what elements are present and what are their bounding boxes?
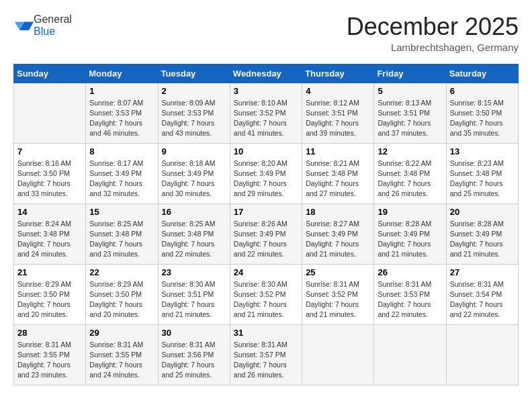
- page-header: General Blue December 2025 Lambrechtshag…: [13, 13, 519, 53]
- day-info: Sunrise: 8:27 AMSunset: 3:49 PMDaylight:…: [306, 219, 370, 260]
- day-number: 19: [378, 207, 442, 217]
- logo: General Blue: [13, 13, 72, 38]
- day-number: 22: [89, 267, 154, 277]
- week-row-5: 28Sunrise: 8:31 AMSunset: 3:55 PMDayligh…: [14, 324, 519, 385]
- calendar-cell: 28Sunrise: 8:31 AMSunset: 3:55 PMDayligh…: [14, 324, 86, 385]
- day-number: 21: [17, 267, 82, 277]
- calendar-cell: 13Sunrise: 8:23 AMSunset: 3:48 PMDayligh…: [446, 143, 518, 203]
- calendar-cell: 25Sunrise: 8:31 AMSunset: 3:52 PMDayligh…: [302, 264, 374, 324]
- week-row-4: 21Sunrise: 8:29 AMSunset: 3:50 PMDayligh…: [14, 264, 519, 324]
- day-number: 8: [89, 146, 154, 156]
- calendar-cell: 30Sunrise: 8:31 AMSunset: 3:56 PMDayligh…: [158, 324, 230, 385]
- day-number: 2: [162, 86, 226, 96]
- calendar-cell: [302, 324, 374, 385]
- day-number: 23: [162, 267, 226, 277]
- day-info: Sunrise: 8:10 AMSunset: 3:52 PMDaylight:…: [234, 98, 298, 139]
- day-number: 14: [17, 207, 82, 217]
- calendar-table: SundayMondayTuesdayWednesdayThursdayFrid…: [13, 64, 519, 385]
- calendar-cell: 22Sunrise: 8:29 AMSunset: 3:50 PMDayligh…: [86, 264, 158, 324]
- day-info: Sunrise: 8:30 AMSunset: 3:52 PMDaylight:…: [234, 279, 298, 320]
- calendar-cell: 1Sunrise: 8:07 AMSunset: 3:53 PMDaylight…: [86, 83, 158, 143]
- day-number: 5: [378, 86, 442, 96]
- calendar-cell: 11Sunrise: 8:21 AMSunset: 3:48 PMDayligh…: [302, 143, 374, 203]
- day-info: Sunrise: 8:29 AMSunset: 3:50 PMDaylight:…: [89, 279, 154, 320]
- location: Lambrechtshagen, Germany: [347, 42, 519, 53]
- day-info: Sunrise: 8:26 AMSunset: 3:49 PMDaylight:…: [234, 219, 298, 260]
- logo-text: General Blue: [34, 13, 72, 38]
- day-number: 25: [306, 267, 370, 277]
- day-info: Sunrise: 8:28 AMSunset: 3:49 PMDaylight:…: [378, 219, 442, 260]
- title-block: December 2025 Lambrechtshagen, Germany: [347, 13, 519, 53]
- calendar-cell: 20Sunrise: 8:28 AMSunset: 3:49 PMDayligh…: [446, 203, 518, 264]
- day-info: Sunrise: 8:21 AMSunset: 3:48 PMDaylight:…: [306, 158, 370, 199]
- header-day-friday: Friday: [374, 64, 446, 83]
- day-info: Sunrise: 8:07 AMSunset: 3:53 PMDaylight:…: [89, 98, 154, 139]
- calendar-cell: 3Sunrise: 8:10 AMSunset: 3:52 PMDaylight…: [230, 83, 302, 143]
- day-number: 6: [450, 86, 515, 96]
- week-row-2: 7Sunrise: 8:16 AMSunset: 3:50 PMDaylight…: [14, 143, 519, 203]
- day-number: 28: [17, 328, 82, 338]
- week-row-3: 14Sunrise: 8:24 AMSunset: 3:48 PMDayligh…: [14, 203, 519, 264]
- calendar-cell: 26Sunrise: 8:31 AMSunset: 3:53 PMDayligh…: [374, 264, 446, 324]
- day-number: 7: [17, 146, 82, 156]
- day-number: 30: [162, 328, 226, 338]
- day-number: 1: [89, 86, 154, 96]
- day-number: 26: [378, 267, 442, 277]
- header-day-thursday: Thursday: [302, 64, 374, 83]
- day-number: 4: [306, 86, 370, 96]
- day-number: 31: [234, 328, 298, 338]
- day-number: 20: [450, 207, 515, 217]
- day-number: 17: [234, 207, 298, 217]
- header-row: SundayMondayTuesdayWednesdayThursdayFrid…: [14, 64, 519, 83]
- calendar-cell: 12Sunrise: 8:22 AMSunset: 3:48 PMDayligh…: [374, 143, 446, 203]
- day-number: 10: [234, 146, 298, 156]
- calendar-cell: 10Sunrise: 8:20 AMSunset: 3:49 PMDayligh…: [230, 143, 302, 203]
- day-info: Sunrise: 8:20 AMSunset: 3:49 PMDaylight:…: [234, 158, 298, 199]
- day-number: 24: [234, 267, 298, 277]
- calendar-cell: 29Sunrise: 8:31 AMSunset: 3:55 PMDayligh…: [86, 324, 158, 385]
- day-info: Sunrise: 8:12 AMSunset: 3:51 PMDaylight:…: [306, 98, 370, 139]
- day-info: Sunrise: 8:17 AMSunset: 3:49 PMDaylight:…: [89, 158, 154, 199]
- day-info: Sunrise: 8:15 AMSunset: 3:50 PMDaylight:…: [450, 98, 515, 139]
- day-info: Sunrise: 8:31 AMSunset: 3:54 PMDaylight:…: [450, 279, 515, 320]
- calendar-cell: 4Sunrise: 8:12 AMSunset: 3:51 PMDaylight…: [302, 83, 374, 143]
- header-day-sunday: Sunday: [14, 64, 86, 83]
- day-info: Sunrise: 8:31 AMSunset: 3:53 PMDaylight:…: [378, 279, 442, 320]
- day-info: Sunrise: 8:24 AMSunset: 3:48 PMDaylight:…: [17, 219, 82, 260]
- day-info: Sunrise: 8:31 AMSunset: 3:52 PMDaylight:…: [306, 279, 370, 320]
- day-info: Sunrise: 8:09 AMSunset: 3:53 PMDaylight:…: [162, 98, 226, 139]
- calendar-cell: 23Sunrise: 8:30 AMSunset: 3:51 PMDayligh…: [158, 264, 230, 324]
- calendar-cell: 14Sunrise: 8:24 AMSunset: 3:48 PMDayligh…: [14, 203, 86, 264]
- day-info: Sunrise: 8:16 AMSunset: 3:50 PMDaylight:…: [17, 158, 82, 199]
- day-info: Sunrise: 8:25 AMSunset: 3:48 PMDaylight:…: [89, 219, 154, 260]
- calendar-header: SundayMondayTuesdayWednesdayThursdayFrid…: [14, 64, 519, 83]
- header-day-tuesday: Tuesday: [158, 64, 230, 83]
- calendar-cell: 9Sunrise: 8:18 AMSunset: 3:49 PMDaylight…: [158, 143, 230, 203]
- day-info: Sunrise: 8:31 AMSunset: 3:55 PMDaylight:…: [17, 340, 82, 381]
- calendar-cell: 19Sunrise: 8:28 AMSunset: 3:49 PMDayligh…: [374, 203, 446, 264]
- day-info: Sunrise: 8:13 AMSunset: 3:51 PMDaylight:…: [378, 98, 442, 139]
- day-number: 9: [162, 146, 226, 156]
- calendar-cell: 6Sunrise: 8:15 AMSunset: 3:50 PMDaylight…: [446, 83, 518, 143]
- calendar-cell: 15Sunrise: 8:25 AMSunset: 3:48 PMDayligh…: [86, 203, 158, 264]
- day-info: Sunrise: 8:30 AMSunset: 3:51 PMDaylight:…: [162, 279, 226, 320]
- calendar-cell: 7Sunrise: 8:16 AMSunset: 3:50 PMDaylight…: [14, 143, 86, 203]
- day-info: Sunrise: 8:23 AMSunset: 3:48 PMDaylight:…: [450, 158, 515, 199]
- logo-icon: [15, 15, 34, 34]
- day-info: Sunrise: 8:31 AMSunset: 3:55 PMDaylight:…: [89, 340, 154, 381]
- day-number: 15: [89, 207, 154, 217]
- day-number: 11: [306, 146, 370, 156]
- day-info: Sunrise: 8:28 AMSunset: 3:49 PMDaylight:…: [450, 219, 515, 260]
- day-number: 13: [450, 146, 515, 156]
- calendar-cell: 17Sunrise: 8:26 AMSunset: 3:49 PMDayligh…: [230, 203, 302, 264]
- day-number: 29: [89, 328, 154, 338]
- calendar-cell: 8Sunrise: 8:17 AMSunset: 3:49 PMDaylight…: [86, 143, 158, 203]
- calendar-cell: 16Sunrise: 8:25 AMSunset: 3:48 PMDayligh…: [158, 203, 230, 264]
- day-number: 18: [306, 207, 370, 217]
- day-info: Sunrise: 8:18 AMSunset: 3:49 PMDaylight:…: [162, 158, 226, 199]
- day-info: Sunrise: 8:31 AMSunset: 3:57 PMDaylight:…: [234, 340, 298, 381]
- day-info: Sunrise: 8:25 AMSunset: 3:48 PMDaylight:…: [162, 219, 226, 260]
- header-day-monday: Monday: [86, 64, 158, 83]
- header-day-wednesday: Wednesday: [230, 64, 302, 83]
- calendar-cell: [14, 83, 86, 143]
